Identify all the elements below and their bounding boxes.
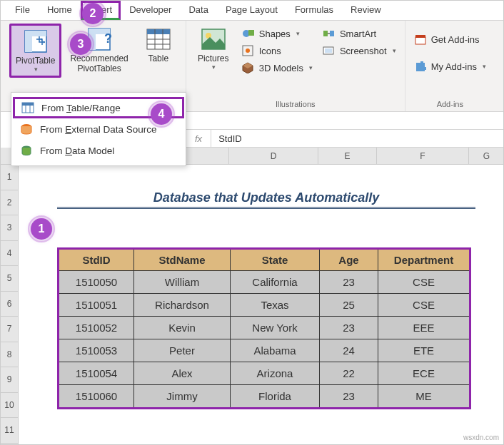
table-row: 1510050WilliamCalifornia23CSE [59, 271, 470, 294]
row-header[interactable]: 1 [1, 165, 18, 190]
my-addins-button[interactable]: My Add-ins▾ [411, 59, 489, 73]
chevron-down-icon: ▾ [212, 63, 216, 71]
pivot-table-label: PivotTable [16, 56, 55, 66]
data-table[interactable]: StdID StdName State Age Department 15100… [57, 247, 471, 409]
table-row: 1510054AlexArizona22ECE [59, 362, 470, 385]
fx-label[interactable]: fx [186, 130, 211, 147]
callout-2: 2 [82, 3, 104, 24]
screenshot-button[interactable]: Screenshot▾ [320, 44, 399, 58]
svg-rect-20 [330, 31, 334, 36]
from-data-model-item[interactable]: From Data Model [11, 140, 186, 161]
row-header[interactable]: 8 [1, 342, 18, 368]
external-data-icon [20, 123, 33, 135]
callout-4: 4 [151, 103, 172, 125]
callout-3: 3 [70, 34, 91, 55]
row-header[interactable]: 2 [1, 190, 18, 216]
3d-models-button[interactable]: 3D Models▾ [239, 61, 316, 75]
sheet-title: Database that Updates Automatically [57, 190, 475, 209]
svg-rect-23 [415, 37, 425, 44]
shapes-button[interactable]: Shapes▾ [239, 26, 316, 41]
row-header[interactable]: 5 [1, 266, 18, 292]
addins-icon [414, 61, 427, 72]
tab-page-layout[interactable]: Page Layout [217, 1, 286, 20]
row-header[interactable]: 9 [1, 367, 18, 393]
formula-bar: fx StdID [186, 129, 503, 148]
addins-group-label: Add-ins [411, 98, 489, 108]
store-icon [414, 34, 427, 45]
smartart-icon [323, 28, 336, 39]
svg-rect-22 [325, 48, 332, 53]
icons-button[interactable]: Icons [239, 44, 316, 58]
table-row: 1510052KevinNew York23EEE [59, 317, 470, 339]
tab-review[interactable]: Review [342, 1, 390, 20]
chevron-down-icon: ▾ [34, 66, 38, 73]
table-row: 1510060JimmyFlorida23ME [59, 385, 470, 409]
table-label: Table [148, 53, 168, 63]
col-header[interactable]: D [229, 148, 318, 164]
watermark: wsxdn.com [463, 434, 499, 441]
table-button[interactable]: Table [137, 24, 180, 66]
svg-rect-24 [415, 35, 425, 38]
col-header[interactable]: F [377, 148, 469, 164]
pivot-table-icon [23, 29, 49, 54]
row-header[interactable]: 11 [1, 418, 18, 444]
svg-point-18 [246, 48, 250, 53]
ribbon-tabs: File Home Insert Developer Data Page Lay… [1, 1, 503, 21]
pictures-label: Pictures [198, 53, 228, 63]
tab-file[interactable]: File [6, 1, 39, 20]
pivot-table-button[interactable]: PivotTable ▾ [9, 24, 61, 78]
spreadsheet-grid: 1 2 3 4 5 6 7 8 9 10 11 B C D E F G Data… [1, 148, 503, 444]
row-header[interactable]: 3 [1, 215, 18, 241]
svg-rect-8 [147, 29, 170, 34]
row-header[interactable]: 7 [1, 317, 18, 342]
pictures-icon [201, 26, 226, 52]
icons-icon [242, 45, 255, 56]
table-range-icon [21, 101, 34, 114]
svg-text:?: ? [104, 31, 111, 46]
svg-rect-26 [22, 103, 34, 106]
table-header-row: StdID StdName State Age Department [59, 249, 470, 271]
col-header[interactable]: G [469, 148, 504, 164]
table-icon [146, 26, 171, 52]
illustrations-group-label: Illustrations [192, 98, 399, 108]
tab-data[interactable]: Data [180, 1, 216, 20]
col-header[interactable]: E [318, 148, 377, 164]
row-header[interactable]: 4 [1, 241, 18, 267]
row-header[interactable]: 10 [1, 393, 18, 419]
tab-formulas[interactable]: Formulas [286, 1, 342, 20]
data-model-icon [20, 144, 33, 157]
get-addins-button[interactable]: Get Add-ins [411, 32, 489, 46]
pictures-button[interactable]: Pictures ▾ [192, 24, 235, 73]
callout-1: 1 [31, 218, 52, 240]
table-row: 1510053PeterAlabama24ETE [59, 339, 470, 362]
formula-input[interactable]: StdID [211, 133, 503, 144]
tab-home[interactable]: Home [39, 1, 81, 20]
svg-rect-16 [248, 30, 254, 36]
svg-rect-19 [323, 31, 328, 36]
tab-developer[interactable]: Developer [121, 1, 180, 20]
cube-icon [242, 62, 255, 73]
table-row: 1510051RichardsonTexas25CSE [59, 294, 470, 317]
row-header[interactable]: 6 [1, 292, 18, 317]
screenshot-icon [323, 45, 336, 56]
svg-rect-2 [25, 31, 46, 36]
shapes-icon [242, 28, 255, 39]
smartart-button[interactable]: SmartArt [320, 26, 399, 41]
